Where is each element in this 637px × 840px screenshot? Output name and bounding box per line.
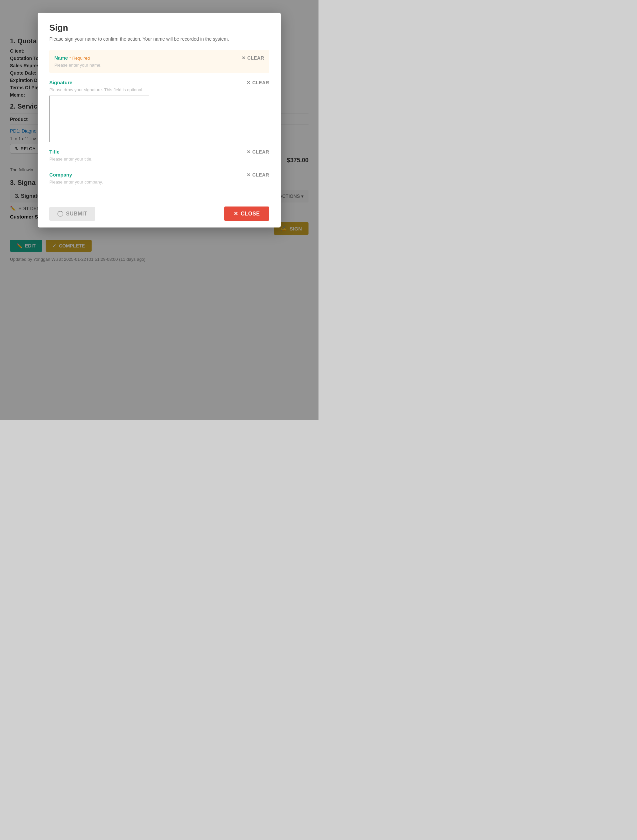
company-field-group: Company ✕ CLEAR Please enter your compan… (49, 172, 269, 188)
title-placeholder: Please enter your title. (49, 156, 269, 161)
modal-subtitle: Please sign your name to confirm the act… (49, 36, 269, 42)
title-clear-x-icon: ✕ (247, 149, 251, 155)
title-field-group: Title ✕ CLEAR Please enter your title. (49, 149, 269, 165)
name-placeholder: Please enter your name. (54, 63, 264, 68)
signature-clear-button[interactable]: ✕ CLEAR (247, 80, 269, 85)
title-clear-button[interactable]: ✕ CLEAR (247, 149, 269, 155)
modal-footer: SUBMIT ✕ CLOSE (38, 202, 281, 227)
title-field-underline (49, 165, 269, 165)
submit-button[interactable]: SUBMIT (49, 207, 95, 221)
company-clear-x-icon: ✕ (247, 172, 251, 177)
name-required-badge: * Required (69, 55, 90, 61)
modal-body: Sign Please sign your name to confirm th… (38, 13, 281, 202)
company-field-underline (49, 188, 269, 188)
submit-spinner-icon (57, 211, 63, 217)
signature-field-label: Signature (49, 80, 72, 85)
signature-placeholder: Please draw your signature. This field i… (49, 87, 269, 92)
company-placeholder: Please enter your company. (49, 180, 269, 185)
company-clear-button[interactable]: ✕ CLEAR (247, 172, 269, 177)
company-field-label: Company (49, 172, 72, 177)
name-clear-button[interactable]: ✕ CLEAR (242, 55, 264, 61)
signature-clear-x-icon: ✕ (247, 80, 251, 85)
signature-canvas[interactable] (49, 96, 149, 142)
name-field-underline (54, 71, 264, 71)
name-clear-x-icon: ✕ (242, 55, 246, 61)
name-field-group: Name * Required ✕ CLEAR Please enter you… (49, 50, 269, 73)
name-field-label: Name * Required (54, 55, 90, 61)
sign-modal: Sign Please sign your name to confirm th… (38, 13, 281, 227)
close-button[interactable]: ✕ CLOSE (224, 207, 269, 221)
title-field-label: Title (49, 149, 60, 155)
modal-title: Sign (49, 23, 269, 33)
signature-field-group: Signature ✕ CLEAR Please draw your signa… (49, 80, 269, 142)
close-x-icon: ✕ (234, 210, 238, 217)
